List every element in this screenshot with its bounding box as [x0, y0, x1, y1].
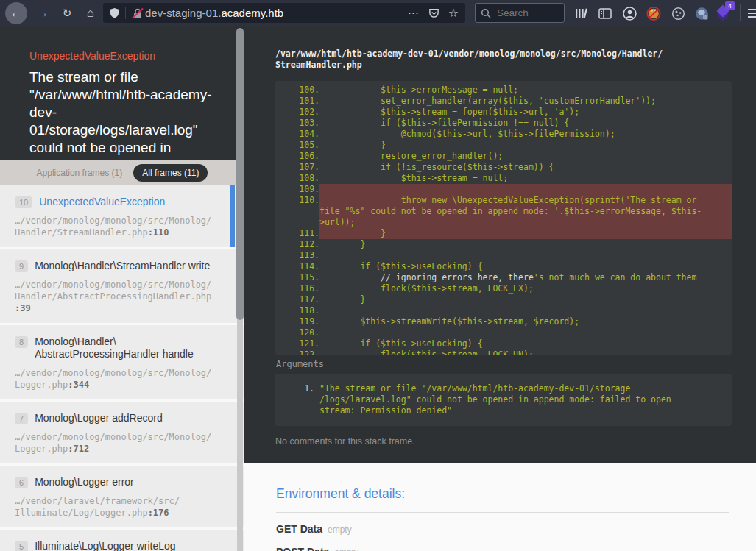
code-text: if ($this->useLocking) { [319, 338, 732, 349]
frame-path: …/​vendor/​monolog/​monolog/​src/​Monolo… [15, 367, 218, 391]
toolbar-divider [740, 4, 741, 21]
code-text: if ($this->useLocking) { [319, 261, 732, 272]
line-number: 112. [275, 239, 319, 250]
code-text: $this->errorMessage = null; [319, 85, 732, 96]
url-domain: academy.htb [221, 7, 283, 19]
account-icon[interactable] [622, 6, 637, 21]
browser-toolbar: ← → ↻ ⌂ dev-staging-01.academy.htb ⋯ ☆ [0, 0, 756, 26]
stack-frame-8[interactable]: 8Monolog\​Handler\​AbstractProcessingHan… [0, 325, 244, 402]
code-text: // ignoring errors here, there's not muc… [319, 272, 732, 283]
environment-row: GET Dataempty [276, 522, 729, 536]
sidebar-scrollbar[interactable] [236, 26, 244, 551]
back-icon: ← [10, 6, 23, 20]
environment-heading: Environment & details: [276, 486, 729, 502]
line-number: 104. [275, 129, 319, 140]
code-text: @chmod($this->url, $this->filePermission… [319, 129, 732, 140]
line-number: 117. [275, 294, 319, 305]
forward-button[interactable]: → [32, 2, 54, 24]
stack-frame-9[interactable]: 9Monolog\​Handler\​StreamHandler write…/… [0, 249, 244, 325]
reload-button[interactable]: ↻ [56, 2, 78, 24]
stack-frames-list: 10UnexpectedValueException…/​vendor/​mon… [0, 185, 244, 551]
environment-section: Environment & details: GET DataemptyPOST… [276, 486, 729, 551]
frame-path: …/​vendor/​monolog/​monolog/​src/​Monolo… [15, 279, 218, 314]
code-line-120: 120. [275, 327, 732, 338]
frame-title: Monolog\​Logger error [35, 476, 134, 488]
stack-frame-5[interactable]: 5Illuminate\​Log\​Logger writeLog [0, 530, 244, 551]
frame-number-badge: 10 [15, 196, 32, 208]
exception-header: UnexpectedValueException The stream or f… [0, 26, 244, 160]
exception-class: UnexpectedValueException [29, 50, 221, 62]
code-text: if (!is_resource($this->stream)) { [319, 162, 732, 173]
search-input[interactable] [495, 7, 560, 19]
code-text: flock($this->stream, LOCK_UN); [319, 349, 732, 355]
env-row-value: empty [328, 525, 352, 535]
line-number: 110. [275, 195, 319, 228]
line-number: 106. [275, 151, 319, 162]
back-button[interactable]: ← [5, 2, 27, 24]
extension-badge: 4 [725, 1, 735, 10]
url-text[interactable]: dev-staging-01.academy.htb [145, 7, 283, 19]
foxyproxy-disabled-icon[interactable] [646, 6, 661, 21]
code-line-106: 106. restore_error_handler(); [275, 151, 732, 162]
code-line-104: 104. @chmod($this->url, $this->filePermi… [275, 129, 732, 140]
line-number: 111. [275, 228, 319, 239]
sidebars-toggle-icon[interactable] [598, 6, 612, 21]
no-comments-text: No comments for this stack frame. [275, 436, 415, 447]
code-text: restore_error_handler(); [319, 151, 732, 162]
pocket-icon[interactable] [428, 7, 439, 18]
tab-all-frames[interactable]: All frames (11) [133, 164, 208, 182]
code-text: flock($this->stream, LOCK_EX); [319, 283, 732, 294]
search-bar[interactable] [475, 3, 565, 23]
stack-frame-10[interactable]: 10UnexpectedValueException…/​vendor/​mon… [0, 185, 244, 249]
code-line-117: 117. } [275, 294, 732, 305]
line-number: 113. [275, 250, 319, 261]
environment-divider [276, 512, 729, 513]
code-line-115: 115. // ignoring errors here, there's no… [275, 272, 732, 283]
code-line-113: 113. [275, 250, 732, 261]
code-line-108: 108. $this->stream = null; [275, 173, 732, 184]
code-line-121: 121. if ($this->useLocking) { [275, 338, 732, 349]
line-number: 109. [275, 184, 319, 195]
selected-frame-indicator [230, 185, 235, 247]
cookie-manager-icon[interactable] [671, 6, 685, 21]
urlbar-divider [125, 7, 126, 19]
line-number: 116. [275, 283, 319, 294]
frame-title: Monolog\​Logger addRecord [35, 412, 163, 424]
code-line-112: 112. } [275, 239, 732, 250]
search-icon [481, 8, 491, 18]
bookmark-star-icon[interactable]: ☆ [448, 6, 459, 20]
line-number: 114. [275, 261, 319, 272]
code-text: } [319, 140, 732, 151]
line-number: 118. [275, 305, 319, 316]
frame-number-badge: 8 [15, 336, 28, 348]
code-line-116: 116. flock($this->stream, LOCK_EX); [275, 283, 732, 294]
frame-path: …/​vendor/​laravel/​framework/​src/​Illu… [15, 495, 218, 519]
scrollbar-thumb[interactable] [236, 28, 244, 320]
home-button[interactable]: ⌂ [80, 2, 102, 24]
user-agent-globe-icon[interactable] [694, 6, 709, 21]
stack-frame-7[interactable]: 7Monolog\​Logger addRecord…/​vendor/​mon… [0, 402, 244, 466]
menu-icon[interactable] [748, 9, 756, 10]
reload-icon: ↻ [63, 7, 72, 19]
stack-frame-6[interactable]: 6Monolog\​Logger error…/​vendor/​laravel… [0, 466, 244, 530]
library-icon[interactable] [574, 6, 589, 21]
home-icon: ⌂ [87, 6, 94, 20]
line-number: 119. [275, 316, 319, 327]
line-number: 100. [275, 85, 319, 96]
insecure-lock-icon[interactable] [132, 7, 144, 19]
code-text: } [319, 228, 732, 239]
url-bar[interactable]: dev-staging-01.academy.htb ⋯ ☆ [103, 3, 465, 23]
code-block: 100. $this->errorMessage = null;101. set… [275, 81, 732, 355]
frame-title: Illuminate\​Log\​Logger writeLog [35, 540, 175, 551]
arguments-label: Arguments [276, 359, 324, 369]
page-actions-icon[interactable]: ⋯ [408, 7, 420, 20]
code-line-118: 118. [275, 305, 732, 316]
tab-application-frames[interactable]: Application frames (1) [37, 168, 123, 178]
extension-diamond-icon[interactable]: 4 [716, 5, 732, 21]
frame-number-badge: 9 [15, 260, 28, 272]
exception-sidebar: UnexpectedValueException The stream or f… [0, 26, 244, 551]
code-line-102: 102. $this->stream = fopen($this->url, '… [275, 107, 732, 118]
argument-value: "The stream or file "/var/www/html/htb-a… [319, 383, 732, 416]
line-number: 120. [275, 327, 319, 338]
tracking-protection-shield-icon[interactable] [110, 7, 119, 18]
